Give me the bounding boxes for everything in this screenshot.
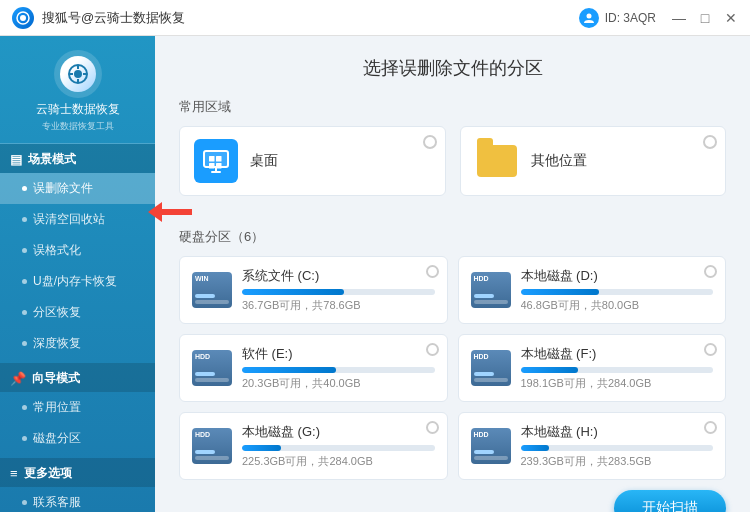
hdd-progress-d xyxy=(521,289,714,295)
svg-rect-12 xyxy=(216,156,222,162)
hdd-size-d: 46.8GB可用，共80.0GB xyxy=(521,298,714,313)
common-section-title: 常用区域 xyxy=(179,98,726,116)
item-dot xyxy=(22,341,27,346)
hdd-section-title: 硬盘分区（6） xyxy=(179,228,726,246)
hdd-icon-d: HDD xyxy=(471,270,511,310)
other-radio[interactable] xyxy=(703,135,717,149)
window-controls: — □ ✕ xyxy=(672,11,738,25)
scenario-mode-header: ▤ 场景模式 xyxy=(0,144,155,173)
hdd-size-c: 36.7GB可用，共78.6GB xyxy=(242,298,435,313)
hdd-fill-g xyxy=(242,445,281,451)
item-dot xyxy=(22,500,27,505)
hdd-size-f: 198.1GB可用，共284.0GB xyxy=(521,376,714,391)
folder-shape xyxy=(477,145,517,177)
hdd-fill-e xyxy=(242,367,336,373)
sidebar-item-deleted-files[interactable]: 误删除文件 xyxy=(0,173,155,204)
other-label: 其他位置 xyxy=(531,152,587,170)
content-area: 选择误删除文件的分区 常用区域 xyxy=(155,36,750,512)
hdd-name-e: 软件 (E:) xyxy=(242,345,435,363)
hdd-icon-h: HDD xyxy=(471,426,511,466)
title-bar-right: ID: 3AQR — □ ✕ xyxy=(579,8,738,28)
hdd-card-d[interactable]: HDD 本地磁盘 (D:) 46.8GB可用，共80.0GB xyxy=(458,256,727,324)
close-button[interactable]: ✕ xyxy=(724,11,738,25)
hdd-grid: WIN 系统文件 (C:) 36.7GB可用，共78.6GB xyxy=(179,256,726,480)
desktop-icon xyxy=(194,139,238,183)
user-id-icon xyxy=(579,8,599,28)
sidebar-item-label: 联系客服 xyxy=(33,494,81,511)
guide-mode-header: 📌 向导模式 xyxy=(0,363,155,392)
sidebar-app-name: 云骑士数据恢复 xyxy=(36,102,120,118)
user-id: ID: 3AQR xyxy=(579,8,656,28)
arrow-head xyxy=(148,202,162,222)
item-dot xyxy=(22,279,27,284)
sidebar-item-label: 分区恢复 xyxy=(33,304,81,321)
more-options-header: ≡ 更多选项 xyxy=(0,458,155,487)
sidebar-item-partition[interactable]: 分区恢复 xyxy=(0,297,155,328)
red-arrow-indicator xyxy=(148,202,192,222)
sidebar-item-deep-recovery[interactable]: 深度恢复 xyxy=(0,328,155,359)
sidebar-item-contact[interactable]: 联系客服 xyxy=(0,487,155,512)
hdd-fill-d xyxy=(521,289,600,295)
svg-point-4 xyxy=(74,70,82,78)
sidebar-logo-circle xyxy=(54,50,102,98)
hdd-icon-g: HDD xyxy=(192,426,232,466)
hdd-card-h[interactable]: HDD 本地磁盘 (H:) 239.3GB可用，共283.5GB xyxy=(458,412,727,480)
svg-point-2 xyxy=(586,13,591,18)
item-dot xyxy=(22,436,27,441)
hdd-card-f[interactable]: HDD 本地磁盘 (F:) 198.1GB可用，共284.0GB xyxy=(458,334,727,402)
hdd-radio-f[interactable] xyxy=(704,343,717,356)
hdd-name-f: 本地磁盘 (F:) xyxy=(521,345,714,363)
user-id-text: ID: 3AQR xyxy=(605,11,656,25)
hdd-fill-c xyxy=(242,289,344,295)
hdd-fill-f xyxy=(521,367,579,373)
hdd-info-g: 本地磁盘 (G:) 225.3GB可用，共284.0GB xyxy=(242,423,435,469)
main-layout: 云骑士数据恢复 专业数据恢复工具 ▤ 场景模式 误删除文件 误清空回收站 误格式… xyxy=(0,36,750,512)
sidebar-item-label: 深度恢复 xyxy=(33,335,81,352)
item-dot xyxy=(22,186,27,191)
hdd-info-c: 系统文件 (C:) 36.7GB可用，共78.6GB xyxy=(242,267,435,313)
svg-rect-11 xyxy=(209,156,215,162)
svg-point-1 xyxy=(20,15,26,21)
bottom-bar: 开始扫描 xyxy=(179,480,726,512)
hdd-progress-f xyxy=(521,367,714,373)
scenario-mode-icon: ▤ xyxy=(10,152,22,167)
title-bar: 搜狐号@云骑士数据恢复 ID: 3AQR — □ ✕ xyxy=(0,0,750,36)
maximize-button[interactable]: □ xyxy=(698,11,712,25)
more-options-label: 更多选项 xyxy=(24,465,72,482)
folder-icon xyxy=(475,139,519,183)
sidebar-item-disk-partition[interactable]: 磁盘分区 xyxy=(0,423,155,454)
hdd-radio-h[interactable] xyxy=(704,421,717,434)
desktop-card[interactable]: 桌面 xyxy=(179,126,446,196)
item-dot xyxy=(22,248,27,253)
sidebar-item-label: 误格式化 xyxy=(33,242,81,259)
scan-button[interactable]: 开始扫描 xyxy=(614,490,726,512)
sidebar-item-common-locations[interactable]: 常用位置 xyxy=(0,392,155,423)
hdd-card-c[interactable]: WIN 系统文件 (C:) 36.7GB可用，共78.6GB xyxy=(179,256,448,324)
hdd-card-g[interactable]: HDD 本地磁盘 (G:) 225.3GB可用，共284.0GB xyxy=(179,412,448,480)
hdd-fill-h xyxy=(521,445,550,451)
sidebar-item-label: 常用位置 xyxy=(33,399,81,416)
hdd-info-f: 本地磁盘 (F:) 198.1GB可用，共284.0GB xyxy=(521,345,714,391)
desktop-radio[interactable] xyxy=(423,135,437,149)
sidebar-item-format[interactable]: 误格式化 xyxy=(0,235,155,266)
hdd-info-d: 本地磁盘 (D:) 46.8GB可用，共80.0GB xyxy=(521,267,714,313)
minimize-button[interactable]: — xyxy=(672,11,686,25)
hdd-radio-e[interactable] xyxy=(426,343,439,356)
item-dot xyxy=(22,217,27,222)
other-locations-card[interactable]: 其他位置 xyxy=(460,126,727,196)
hdd-name-d: 本地磁盘 (D:) xyxy=(521,267,714,285)
hdd-name-h: 本地磁盘 (H:) xyxy=(521,423,714,441)
title-bar-text: 搜狐号@云骑士数据恢复 xyxy=(42,9,185,27)
sidebar-item-recycle-bin[interactable]: 误清空回收站 xyxy=(0,204,155,235)
sidebar-logo-inner xyxy=(60,56,96,92)
sidebar-item-usb-recovery[interactable]: U盘/内存卡恢复 xyxy=(0,266,155,297)
sidebar-item-label: 磁盘分区 xyxy=(33,430,81,447)
hdd-radio-c[interactable] xyxy=(426,265,439,278)
hdd-radio-d[interactable] xyxy=(704,265,717,278)
hdd-card-e[interactable]: HDD 软件 (E:) 20.3GB可用，共40.0GB xyxy=(179,334,448,402)
desktop-label: 桌面 xyxy=(250,152,278,170)
guide-mode-label: 向导模式 xyxy=(32,370,80,387)
title-bar-left: 搜狐号@云骑士数据恢复 xyxy=(12,7,185,29)
sidebar-item-label: 误清空回收站 xyxy=(33,211,105,228)
hdd-radio-g[interactable] xyxy=(426,421,439,434)
